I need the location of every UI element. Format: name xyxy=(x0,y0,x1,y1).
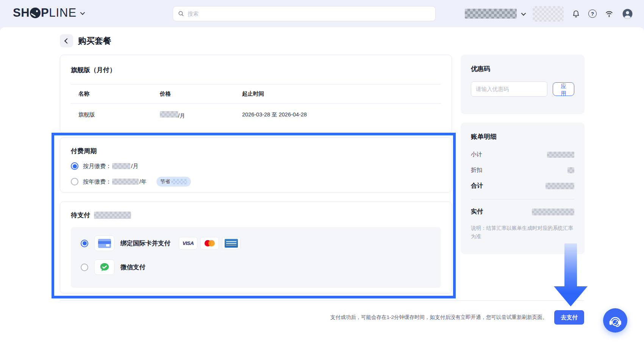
help-button[interactable]: ? xyxy=(588,9,597,18)
plan-price-cell: /月 xyxy=(160,111,242,119)
page-title: 购买套餐 xyxy=(78,35,111,47)
paid-label: 实付 xyxy=(471,208,483,216)
price-redacted xyxy=(160,111,178,118)
plan-card: 旗舰版（月付） 名称 价格 起止时间 旗舰版 /月 2026-03-28 至 2… xyxy=(60,55,452,133)
monthly-price-redacted xyxy=(112,163,130,169)
top-header: SHPLINE ? xyxy=(0,0,644,27)
shopline-logo[interactable]: SHPLINE xyxy=(13,6,84,20)
bill-row-total: 合计 xyxy=(471,182,574,190)
mastercard-icon xyxy=(200,237,219,250)
wechat-payment-radio[interactable] xyxy=(81,264,88,271)
plan-name-cell: 旗舰版 xyxy=(78,111,160,119)
col-header-period: 起止时间 xyxy=(242,90,441,97)
billing-cycle-title: 付费周期 xyxy=(71,147,441,155)
exchange-rate-note: 说明：结算汇率以账单生成时对应的系统汇率为准 xyxy=(471,224,574,241)
customer-service-icon xyxy=(607,312,623,328)
card-payment-radio[interactable] xyxy=(81,240,88,247)
save-amount-redacted xyxy=(171,179,187,184)
header-right-cluster: ? xyxy=(465,0,633,27)
subtotal-label: 小计 xyxy=(471,151,482,158)
footer-note: 支付成功后，可能会存在1-2分钟缓存时间，如支付后没有立即开通，您可以尝试重新刷… xyxy=(330,314,547,321)
wifi-icon xyxy=(605,9,614,18)
logo-text-line: LINE xyxy=(49,6,77,20)
wechat-payment-option[interactable]: 微信支付 xyxy=(81,259,431,275)
mastercard-orange-circle xyxy=(208,240,215,246)
bill-row-paid: 实付 xyxy=(471,208,574,216)
apply-coupon-button[interactable]: 应用 xyxy=(553,82,574,96)
credit-card-tile xyxy=(94,235,114,251)
account-button[interactable] xyxy=(622,8,633,20)
monthly-option-row[interactable]: 按月缴费： /月 xyxy=(71,162,441,170)
global-search[interactable] xyxy=(173,6,436,21)
wechat-pay-icon xyxy=(99,262,110,273)
bill-row-subtotal: 小计 xyxy=(471,151,574,158)
logo-chevron-down-icon[interactable] xyxy=(80,10,85,15)
bill-row-discount: 折扣 xyxy=(471,166,574,174)
shopline-logo-text: SHPLINE xyxy=(13,6,77,20)
bill-rows: 小计 折扣 合计 实付 说明：结算汇率以账单生成时对应的系统汇率为准 xyxy=(471,151,574,241)
card-payment-option[interactable]: 绑定国际卡并支付 VISA xyxy=(81,235,431,251)
save-badge: 节省 xyxy=(156,177,191,187)
wechat-tile xyxy=(94,259,114,275)
yearly-suffix: /年 xyxy=(139,178,147,185)
wechat-payment-label: 微信支付 xyxy=(120,263,145,272)
plan-table: 名称 价格 起止时间 旗舰版 /月 2026-03-28 至 2026-04-2… xyxy=(71,84,441,127)
network-status-button[interactable] xyxy=(605,9,614,18)
bill-details-title: 账单明细 xyxy=(471,132,574,141)
bill-details-card: 账单明细 小计 折扣 合计 实付 说明：结算汇率以账单生成时对应的系统汇率为准 xyxy=(461,122,585,254)
screen: SHPLINE ? xyxy=(0,0,644,350)
yearly-label-text: 按年缴费： xyxy=(83,178,111,185)
discount-value-redacted xyxy=(567,167,574,173)
bill-divider xyxy=(471,199,574,199)
col-header-price: 价格 xyxy=(160,90,242,97)
plan-table-header: 名称 价格 起止时间 xyxy=(71,84,441,104)
logo-text-p: P xyxy=(41,6,49,20)
coupon-card: 优惠码 应用 xyxy=(461,55,585,114)
visa-icon: VISA xyxy=(179,237,197,250)
yearly-price-redacted xyxy=(112,179,139,185)
search-icon xyxy=(178,10,184,17)
help-icon: ? xyxy=(588,9,597,18)
logo-text-sh: SH xyxy=(13,6,30,20)
monthly-suffix: /月 xyxy=(131,163,138,170)
total-label: 合计 xyxy=(471,182,483,190)
payment-title-row: 待支付 xyxy=(71,211,441,220)
search-input[interactable] xyxy=(188,11,431,17)
back-button[interactable] xyxy=(60,34,73,47)
card-brand-list: VISA xyxy=(179,237,241,250)
store-name-redacted xyxy=(465,9,517,19)
paid-value-redacted xyxy=(532,209,574,215)
yearly-label: 按年缴费： /年 xyxy=(83,178,147,185)
yearly-option-row[interactable]: 按年缴费： /年 节省 xyxy=(71,177,441,187)
footer-divider xyxy=(60,300,584,301)
col-header-name: 名称 xyxy=(78,90,160,97)
coupon-title: 优惠码 xyxy=(471,64,574,73)
billing-cycle-card: 付费周期 按月缴费： /月 按年缴费： /年 节省 xyxy=(60,137,452,193)
price-suffix: /月 xyxy=(178,113,185,119)
chevron-left-icon xyxy=(64,38,70,43)
coupon-input[interactable] xyxy=(471,82,547,97)
bell-icon xyxy=(572,9,580,18)
notifications-button[interactable] xyxy=(572,9,580,18)
plan-table-row: 旗舰版 /月 2026-03-28 至 2026-04-28 xyxy=(71,104,441,127)
avatar-icon xyxy=(622,8,633,20)
go-pay-button[interactable]: 去支付 xyxy=(554,310,584,325)
coupon-row: 应用 xyxy=(471,82,574,97)
header-badge-redacted xyxy=(533,6,564,22)
logo-mascot-o-icon xyxy=(30,8,41,18)
monthly-label: 按月缴费： /月 xyxy=(83,163,138,170)
payment-amount-redacted xyxy=(94,212,131,219)
amex-inner-logo xyxy=(225,239,238,248)
save-badge-text: 节省 xyxy=(160,178,170,185)
monthly-radio[interactable] xyxy=(71,162,78,170)
support-fab[interactable] xyxy=(603,308,627,333)
store-selector[interactable] xyxy=(465,9,525,19)
payment-card: 待支付 绑定国际卡并支付 VISA xyxy=(60,201,452,293)
subtotal-value-redacted xyxy=(547,152,574,158)
footer-row: 支付成功后，可能会存在1-2分钟缓存时间，如支付后没有立即开通，您可以尝试重新刷… xyxy=(60,310,584,325)
discount-label: 折扣 xyxy=(471,166,482,174)
yearly-radio[interactable] xyxy=(71,178,78,185)
plan-period-cell: 2026-03-28 至 2026-04-28 xyxy=(242,111,441,119)
credit-card-icon xyxy=(98,239,111,248)
store-chevron-down-icon xyxy=(521,11,526,16)
